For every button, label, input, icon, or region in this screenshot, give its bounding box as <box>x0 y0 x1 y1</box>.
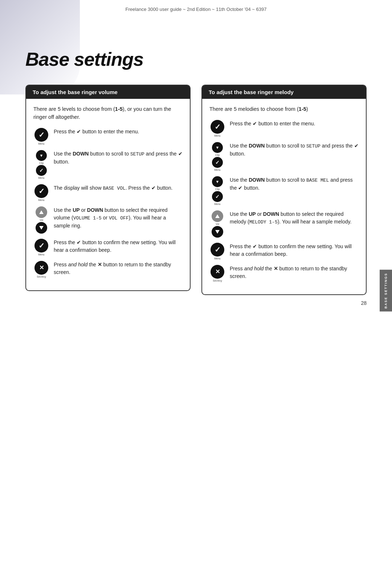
down-menu-stack: Clip Menu <box>36 150 47 179</box>
mel-check-3 <box>212 191 223 202</box>
vol-down-icon <box>36 222 47 234</box>
col-melody-body: There are 5 melodies to choose from (1-5… <box>202 99 366 294</box>
mel-intro: There are 5 melodies to choose from (1-5… <box>209 105 359 113</box>
mel-step-4-icon: Vol <box>209 210 225 238</box>
down-arrow-icon <box>36 150 47 161</box>
mel-menu-check-5 <box>211 243 224 257</box>
vol-step-5: Menu Press the ✔ button to confirm the n… <box>33 239 183 256</box>
mel-step-2: Clip Menu Use the DOWN button to scroll … <box>209 142 359 171</box>
secrecy-x-icon <box>34 261 48 275</box>
col-melody-header: To adjust the base ringer melody <box>202 85 366 99</box>
mel-step-4-text: Use the UP or DOWN button to select the … <box>230 210 359 226</box>
menu-check-icon <box>34 128 48 142</box>
svg-marker-2 <box>215 214 220 218</box>
vol-step-6-icon: Secrecy <box>33 261 49 278</box>
col-volume: To adjust the base ringer volume There a… <box>25 85 191 291</box>
vol-step-4-icon: Vol <box>33 206 49 234</box>
vol-step-3-icon: Menu <box>33 184 49 201</box>
vol-step-2-icon: Clip Menu <box>33 150 49 179</box>
vol-step-5-text: Press the ✔ button to confirm the new se… <box>54 239 183 254</box>
menu-check-icon-5 <box>34 239 48 253</box>
header-text: Freelance 3000 user guide ~ 2nd Edition … <box>126 7 267 12</box>
vol-step-3-text: The display will show BASE VOL. Press th… <box>54 184 183 192</box>
mel-step-3-icon: Clip Menu <box>209 176 225 205</box>
mel-step-6-text: Press and hold the ✕ button to return to… <box>230 265 359 281</box>
mel-step-6: Secrecy Press and hold the ✕ button to r… <box>209 265 359 282</box>
mel-down-arrow-3 <box>212 176 223 187</box>
mel-step-1-text: Press the ✔ button to enter the menu. <box>230 120 359 128</box>
mel-step-6-icon: Secrecy <box>209 265 225 282</box>
mel-step-5-text: Press the ✔ button to confirm the new se… <box>230 243 359 258</box>
svg-marker-3 <box>215 230 220 234</box>
vol-step-2-text: Use the DOWN button to scroll to SETUP a… <box>54 150 183 166</box>
mel-step-3-text: Use the DOWN button to scroll to BASE ME… <box>230 176 359 192</box>
mel-step-2-icon: Clip Menu <box>209 142 225 171</box>
mel-down-menu-stack-3: Clip Menu <box>212 176 223 205</box>
svg-marker-1 <box>39 226 44 230</box>
mel-step-5: Menu Press the ✔ button to confirm the n… <box>209 243 359 260</box>
vol-step-4-text: Use the UP or DOWN button to select the … <box>54 206 183 230</box>
vol-step-6: Secrecy Press and hold the ✕ button to r… <box>33 261 183 278</box>
vol-step-5-icon: Menu <box>33 239 49 256</box>
page-title: Base settings <box>25 48 367 70</box>
mel-vol-up-icon <box>212 210 223 222</box>
mel-vol-updown-icon: Vol <box>212 210 223 238</box>
side-tab: BASE SETTINGS <box>380 270 392 311</box>
menu-check-icon-3 <box>34 184 48 198</box>
mel-down-arrow-2 <box>212 142 223 153</box>
vol-step-1-text: Press the ✔ button to enter the menu. <box>54 128 183 136</box>
two-column-layout: To adjust the base ringer volume There a… <box>25 85 367 295</box>
mel-vol-down-icon <box>212 226 223 238</box>
mel-step-3: Clip Menu Use the DOWN button to scroll … <box>209 176 359 205</box>
page-number: 28 <box>361 300 367 306</box>
mel-step-1-icon: Menu <box>209 120 225 137</box>
mel-step-4: Vol Use the UP or DOWN button to select … <box>209 210 359 238</box>
check-icon <box>36 165 47 176</box>
vol-step-1-icon: Menu <box>33 128 49 145</box>
vol-step-2: Clip Menu Use the DOWN button to scroll … <box>33 150 183 179</box>
mel-down-menu-stack-2: Clip Menu <box>212 142 223 171</box>
col-volume-header: To adjust the base ringer volume <box>26 85 190 99</box>
vol-step-3: Menu The display will show BASE VOL. Pre… <box>33 184 183 201</box>
mel-check-2 <box>212 157 223 168</box>
mel-step-2-text: Use the DOWN button to scroll to SETUP a… <box>230 142 359 158</box>
vol-step-4: Vol Use the UP or DOWN button to select … <box>33 206 183 234</box>
mel-secrecy-x-icon <box>211 265 224 279</box>
vol-step-6-text: Press and hold the ✕ button to return to… <box>54 261 183 277</box>
vol-intro: There are 5 levels to choose from (1-5),… <box>33 105 183 121</box>
vol-updown-icon: Vol <box>36 206 47 234</box>
svg-marker-0 <box>39 210 44 214</box>
vol-up-icon <box>36 206 47 218</box>
mel-menu-check-1 <box>211 120 224 134</box>
vol-step-1: Menu Press the ✔ button to enter the men… <box>33 128 183 145</box>
mel-step-1: Menu Press the ✔ button to enter the men… <box>209 120 359 137</box>
col-volume-body: There are 5 levels to choose from (1-5),… <box>26 99 190 290</box>
col-melody: To adjust the base ringer melody There a… <box>201 85 367 295</box>
mel-step-5-icon: Menu <box>209 243 225 260</box>
